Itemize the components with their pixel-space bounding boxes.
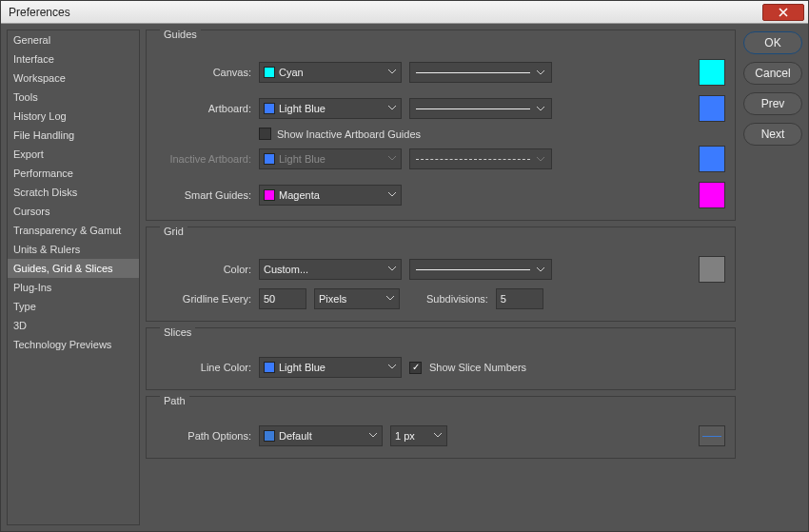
guides-panel: Guides Canvas: Cyan	[146, 30, 736, 221]
ok-button[interactable]: OK	[743, 31, 802, 54]
solid-line-icon	[416, 72, 530, 73]
gridline-unit-dropdown[interactable]: Pixels	[314, 288, 400, 309]
slice-line-color-dropdown[interactable]: Light Blue	[259, 357, 402, 378]
grid-panel: Grid Color: Custom...	[146, 227, 736, 322]
main-area: Guides Canvas: Cyan	[146, 30, 802, 525]
artboard-swatch[interactable]	[699, 95, 725, 122]
chevron-down-icon	[368, 430, 378, 442]
path-options-dropdown[interactable]: Default	[259, 425, 383, 446]
slice-line-value: Light Blue	[279, 362, 326, 373]
grid-color-dropdown[interactable]: Custom...	[259, 259, 402, 280]
path-legend: Path	[160, 395, 189, 406]
sidebar-item-file-handling[interactable]: File Handling	[8, 126, 139, 145]
canvas-style-dropdown[interactable]	[409, 62, 552, 83]
path-options-value: Default	[279, 430, 312, 442]
inactive-swatch[interactable]	[699, 146, 725, 172]
inactive-artboard-label: Inactive Artboard:	[156, 153, 251, 165]
inactive-style-dropdown	[409, 148, 552, 169]
canvas-swatch[interactable]	[699, 59, 725, 86]
show-slice-numbers-label: Show Slice Numbers	[429, 362, 526, 373]
close-icon	[779, 4, 788, 21]
show-inactive-checkbox[interactable]	[259, 128, 271, 140]
grid-color-label: Color:	[156, 264, 251, 275]
titlebar: Preferences	[1, 1, 808, 24]
sidebar-item-general[interactable]: General	[8, 30, 139, 49]
path-preview-swatch[interactable]	[699, 425, 725, 446]
sidebar-item-type[interactable]: Type	[8, 297, 139, 316]
canvas-value: Cyan	[279, 67, 304, 78]
gridline-every-input[interactable]	[259, 288, 306, 309]
sidebar-item-performance[interactable]: Performance	[8, 164, 139, 183]
artboard-style-dropdown[interactable]	[409, 98, 552, 119]
window-title: Preferences	[5, 6, 70, 19]
smart-guides-label: Smart Guides:	[156, 189, 251, 201]
next-button[interactable]: Next	[743, 123, 802, 146]
sidebar-item-scratch-disks[interactable]: Scratch Disks	[8, 183, 139, 202]
sidebar-item-history-log[interactable]: History Log	[8, 107, 139, 126]
grid-swatch[interactable]	[699, 256, 725, 283]
path-width-dropdown[interactable]: 1 px	[390, 425, 447, 446]
chevron-down-icon	[387, 67, 397, 78]
artboard-label: Artboard:	[156, 103, 251, 114]
sidebar-item-technology-previews[interactable]: Technology Previews	[8, 335, 139, 354]
dialog-buttons: OK Cancel Prev Next	[743, 30, 802, 525]
solid-line-icon	[416, 269, 530, 270]
artboard-color-dropdown[interactable]: Light Blue	[259, 98, 402, 119]
chevron-down-icon	[385, 293, 395, 305]
chevron-down-icon	[536, 150, 545, 167]
sidebar-item-units-rulers[interactable]: Units & Rulers	[8, 240, 139, 259]
sidebar-item-plug-ins[interactable]: Plug-Ins	[8, 278, 139, 297]
artboard-value: Light Blue	[279, 103, 326, 114]
path-width-value: 1 px	[395, 430, 415, 442]
canvas-label: Canvas:	[156, 67, 251, 78]
chevron-down-icon	[387, 264, 397, 275]
sidebar-item-interface[interactable]: Interface	[8, 49, 139, 69]
chevron-down-icon	[536, 100, 545, 117]
path-line-icon	[702, 436, 721, 437]
canvas-color-dropdown[interactable]: Cyan	[259, 62, 402, 83]
dialog-body: GeneralInterfaceWorkspaceToolsHistory Lo…	[1, 24, 808, 531]
cancel-button[interactable]: Cancel	[743, 62, 802, 85]
sidebar-item-workspace[interactable]: Workspace	[8, 69, 139, 88]
sidebar-item-transparency-gamut[interactable]: Transparency & Gamut	[8, 221, 139, 240]
close-button[interactable]	[762, 4, 804, 21]
slices-legend: Slices	[160, 326, 195, 338]
chevron-down-icon	[387, 103, 397, 114]
gridline-every-label: Gridline Every:	[156, 293, 251, 305]
preferences-window: Preferences GeneralInterfaceWorkspaceToo…	[0, 0, 809, 532]
path-swatch-icon	[264, 430, 275, 442]
chevron-down-icon	[387, 189, 397, 201]
slice-line-color-label: Line Color:	[156, 362, 251, 373]
smart-swatch-icon	[264, 189, 275, 201]
path-panel: Path Path Options: Default 1 px	[146, 396, 736, 459]
show-slice-numbers-checkbox[interactable]	[409, 362, 422, 374]
sidebar-item-export[interactable]: Export	[8, 145, 139, 164]
inactive-artboard-dropdown: Light Blue	[259, 148, 402, 169]
slices-panel: Slices Line Color: Light Blue Show Slice…	[146, 327, 736, 390]
sidebar-item-3d[interactable]: 3D	[8, 316, 139, 335]
sidebar-item-guides-grid-slices[interactable]: Guides, Grid & Slices	[8, 259, 139, 278]
subdivisions-label: Subdivisions:	[426, 293, 488, 305]
chevron-down-icon	[536, 64, 545, 81]
dashed-line-icon	[416, 159, 530, 160]
guides-legend: Guides	[160, 29, 201, 40]
sidebar-item-tools[interactable]: Tools	[8, 88, 139, 107]
smart-value: Magenta	[279, 189, 320, 201]
grid-legend: Grid	[160, 226, 187, 237]
path-options-label: Path Options:	[156, 430, 251, 442]
subdivisions-input[interactable]	[496, 288, 543, 309]
grid-style-dropdown[interactable]	[409, 259, 552, 280]
prev-button[interactable]: Prev	[743, 92, 802, 115]
inactive-value: Light Blue	[279, 153, 326, 165]
artboard-swatch-icon	[264, 103, 275, 114]
show-inactive-label: Show Inactive Artboard Guides	[277, 128, 421, 140]
gridline-unit-value: Pixels	[319, 293, 346, 305]
sidebar-item-cursors[interactable]: Cursors	[8, 202, 139, 221]
grid-color-value: Custom...	[264, 264, 308, 275]
smart-guides-dropdown[interactable]: Magenta	[259, 185, 402, 206]
smart-swatch[interactable]	[699, 182, 725, 208]
canvas-swatch-icon	[264, 67, 275, 78]
panels: Guides Canvas: Cyan	[146, 30, 736, 525]
slice-swatch-icon	[264, 362, 275, 373]
chevron-down-icon	[387, 362, 397, 373]
